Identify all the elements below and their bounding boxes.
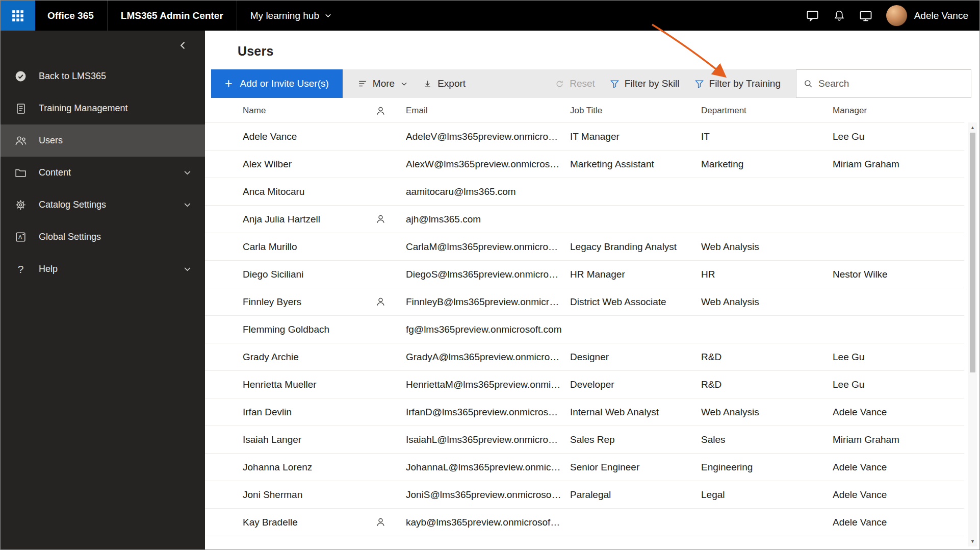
learning-hub-menu[interactable]: My learning hub: [237, 1, 345, 31]
training-icon: [14, 102, 28, 115]
user-job-title: Legacy Branding Analyst: [570, 241, 701, 253]
filter-by-training-label: Filter by Training: [709, 78, 781, 89]
user-email: fg@lms365preview.onmicrosoft.com: [406, 324, 570, 335]
user-name: Diego Siciliani: [243, 269, 376, 280]
column-header-job-title[interactable]: Job Title: [570, 106, 701, 116]
sidebar-item-training-management[interactable]: Training Management: [1, 92, 205, 124]
office365-home-link[interactable]: Office 365: [35, 1, 107, 31]
sidebar-item-content[interactable]: Content: [1, 157, 205, 189]
table-row[interactable]: Flemming Goldbach fg@lms365preview.onmic…: [205, 316, 964, 343]
table-row[interactable]: Alex Wilber AlexW@lms365preview.onmicros…: [205, 151, 964, 178]
sidebar-item-label: Content: [39, 167, 172, 178]
user-name-label[interactable]: Adele Vance: [914, 10, 968, 21]
user-name: Isaiah Langer: [243, 434, 376, 445]
reset-icon: [555, 80, 564, 88]
table-row[interactable]: Diego Siciliani DiegoS@lms365preview.onm…: [205, 261, 964, 288]
funnel-icon: [695, 80, 704, 88]
download-icon: [423, 80, 432, 88]
export-button[interactable]: Export: [423, 78, 466, 89]
user-email: AlexW@lms365preview.onmicrosoft.c…: [406, 159, 570, 170]
table-row[interactable]: Joni Sherman JoniS@lms365preview.onmicro…: [205, 481, 964, 509]
table-row[interactable]: Anca Mitocaru aamitocaru@lms365.com: [205, 178, 964, 206]
more-menu-button[interactable]: More: [358, 78, 408, 89]
user-email: AdeleV@lms365preview.onmicrosoft…: [406, 131, 570, 142]
table-row[interactable]: Johanna Lorenz JohannaL@lms365preview.on…: [205, 454, 964, 481]
table-row[interactable]: Isaiah Langer IsaiahL@lms365preview.onmi…: [205, 426, 964, 454]
sidebar-item-back-to-lms365[interactable]: Back to LMS365: [1, 60, 205, 92]
user-job-title: Sales Rep: [570, 434, 701, 445]
scroll-down-button[interactable]: ▼: [968, 536, 977, 546]
collapse-sidebar-button[interactable]: [174, 37, 192, 54]
user-manager: Miriam Graham: [833, 159, 964, 170]
user-name: Joni Sherman: [243, 489, 376, 501]
guest-column-header-icon[interactable]: [376, 106, 406, 116]
column-header-name[interactable]: Name: [243, 106, 376, 116]
user-job-title: IT Manager: [570, 131, 701, 142]
sidebar-item-catalog-settings[interactable]: Catalog Settings: [1, 189, 205, 221]
global-settings-icon: A: [14, 230, 28, 244]
scrollbar-track[interactable]: [968, 133, 977, 536]
column-header-email[interactable]: Email: [406, 106, 570, 116]
user-job-title: Developer: [570, 379, 701, 390]
chevron-down-icon: [183, 201, 192, 209]
column-header-department[interactable]: Department: [701, 106, 833, 116]
table-row[interactable]: Kay Bradelle kayb@lms365preview.onmicros…: [205, 509, 964, 536]
chevron-down-icon: [324, 12, 332, 19]
sidebar-item-label: Global Settings: [39, 232, 192, 242]
guest-icon: [376, 517, 406, 527]
sidebar-item-label: Back to LMS365: [39, 71, 192, 82]
vertical-scrollbar: ▲ ▼: [968, 122, 977, 546]
user-avatar[interactable]: [886, 5, 907, 26]
sidebar-item-global-settings[interactable]: A Global Settings: [1, 221, 205, 253]
sidebar-item-users[interactable]: Users: [1, 124, 205, 157]
filter-by-skill-button[interactable]: Filter by Skill: [610, 78, 680, 89]
help-icon: ?: [14, 262, 28, 276]
user-department: Legal: [701, 489, 833, 501]
user-email: GradyA@lms365preview.onmicrosoft.…: [406, 352, 570, 363]
column-header-manager[interactable]: Manager: [833, 106, 964, 116]
sidebar-item-label: Users: [39, 135, 192, 146]
table-row[interactable]: Carla Murillo CarlaM@lms365preview.onmic…: [205, 233, 964, 261]
table-header: Name Email Job Title Department Manager: [205, 99, 964, 123]
sidebar-collapse-row: [1, 31, 205, 60]
user-manager: Adele Vance: [833, 489, 964, 501]
user-name: Alex Wilber: [243, 159, 376, 170]
user-job-title: Marketing Assistant: [570, 159, 701, 170]
user-job-title: HR Manager: [570, 269, 701, 280]
app-launcher-button[interactable]: [1, 1, 35, 31]
filter-by-skill-label: Filter by Skill: [625, 78, 680, 89]
table-row[interactable]: Henrietta Mueller HenriettaM@lms365previ…: [205, 371, 964, 398]
chat-icon[interactable]: [800, 1, 826, 31]
user-job-title: District Web Associate: [570, 296, 701, 308]
user-department: Marketing: [701, 159, 833, 170]
sidebar-item-help[interactable]: ? Help: [1, 253, 205, 285]
bell-icon[interactable]: [826, 1, 853, 31]
table-row[interactable]: Adele Vance AdeleV@lms365preview.onmicro…: [205, 123, 964, 151]
user-manager: Lee Gu: [833, 379, 964, 390]
learning-hub-label: My learning hub: [250, 10, 319, 21]
search-input[interactable]: [818, 78, 964, 89]
user-manager: Lee Gu: [833, 352, 964, 363]
table-row[interactable]: Irfan Devlin IrfanD@lms365preview.onmicr…: [205, 398, 964, 426]
user-name: Anca Mitocaru: [243, 186, 376, 197]
add-or-invite-users-button[interactable]: + Add or Invite User(s): [211, 69, 343, 98]
table-row[interactable]: Finnley Byers FinnleyB@lms365preview.onm…: [205, 288, 964, 316]
user-department: R&D: [701, 352, 833, 363]
user-manager: Adele Vance: [833, 462, 964, 473]
user-manager: Adele Vance: [833, 407, 964, 418]
scroll-up-button[interactable]: ▲: [968, 122, 977, 133]
user-department: R&D: [701, 379, 833, 390]
table-row[interactable]: Grady Archie GradyA@lms365preview.onmicr…: [205, 343, 964, 371]
folder-icon: [14, 166, 28, 180]
users-icon: [14, 134, 28, 147]
monitor-icon[interactable]: [853, 1, 879, 31]
filter-by-training-button[interactable]: Filter by Training: [695, 78, 781, 89]
table-row[interactable]: Anja Julia Hartzell ajh@lms365.com: [205, 206, 964, 233]
user-email: FinnleyB@lms365preview.onmicrosof…: [406, 296, 570, 308]
admin-center-link[interactable]: LMS365 Admin Center: [108, 1, 237, 31]
reset-button[interactable]: Reset: [555, 78, 595, 89]
funnel-icon: [610, 80, 619, 88]
chevron-down-icon: [183, 265, 192, 273]
table-body: Adele Vance AdeleV@lms365preview.onmicro…: [205, 123, 964, 536]
scrollbar-thumb[interactable]: [970, 133, 975, 372]
